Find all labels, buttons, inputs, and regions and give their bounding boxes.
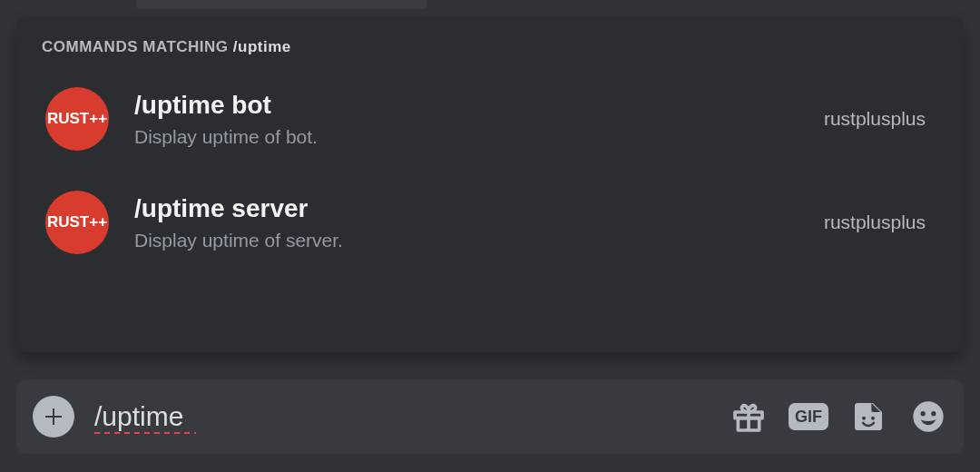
spellcheck-underline <box>94 432 196 434</box>
sticker-icon <box>850 398 887 435</box>
svg-point-6 <box>921 411 926 416</box>
command-list: RUST++ /uptime bot Display uptime of bot… <box>42 82 938 260</box>
command-name: /uptime bot <box>134 90 799 121</box>
svg-point-7 <box>931 411 936 416</box>
command-suggestions-panel: Commands matching /uptime RUST++ /uptime… <box>16 16 964 352</box>
message-input-bar: /uptime GIF <box>16 379 964 454</box>
plus-icon <box>43 406 64 428</box>
bot-avatar-icon: RUST++ <box>45 87 109 151</box>
input-actions: GIF <box>730 398 947 436</box>
command-description: Display uptime of server. <box>134 230 799 251</box>
emoji-icon <box>910 398 946 435</box>
command-source: rustplusplus <box>824 108 935 130</box>
bot-avatar-label: RUST++ <box>47 110 107 128</box>
gif-button[interactable]: GIF <box>789 398 828 436</box>
sticker-button[interactable] <box>849 398 887 436</box>
gif-icon: GIF <box>789 403 828 430</box>
svg-point-5 <box>913 401 943 431</box>
message-input-value: /uptime <box>94 401 183 431</box>
message-input[interactable]: /uptime <box>94 401 710 432</box>
attach-button[interactable] <box>33 396 74 438</box>
suggestions-header-prefix: Commands matching <box>42 38 233 55</box>
app-root: Commands matching /uptime RUST++ /uptime… <box>0 0 980 472</box>
emoji-button[interactable] <box>909 398 947 436</box>
command-item[interactable]: RUST++ /uptime bot Display uptime of bot… <box>42 82 938 156</box>
gift-icon <box>730 398 767 435</box>
command-text: /uptime server Display uptime of server. <box>134 193 799 251</box>
command-source: rustplusplus <box>824 211 935 233</box>
gift-button[interactable] <box>730 398 768 436</box>
suggestions-header-term: /uptime <box>233 38 291 55</box>
bot-avatar-icon: RUST++ <box>45 191 109 254</box>
svg-point-3 <box>862 417 866 420</box>
command-item[interactable]: RUST++ /uptime server Display uptime of … <box>42 185 938 260</box>
command-description: Display uptime of bot. <box>134 126 799 148</box>
command-text: /uptime bot Display uptime of bot. <box>134 90 799 148</box>
svg-point-4 <box>871 417 875 420</box>
suggestions-header: Commands matching /uptime <box>42 38 938 56</box>
command-name: /uptime server <box>134 193 799 224</box>
bot-avatar-label: RUST++ <box>47 213 107 231</box>
tab-stub <box>136 0 426 9</box>
